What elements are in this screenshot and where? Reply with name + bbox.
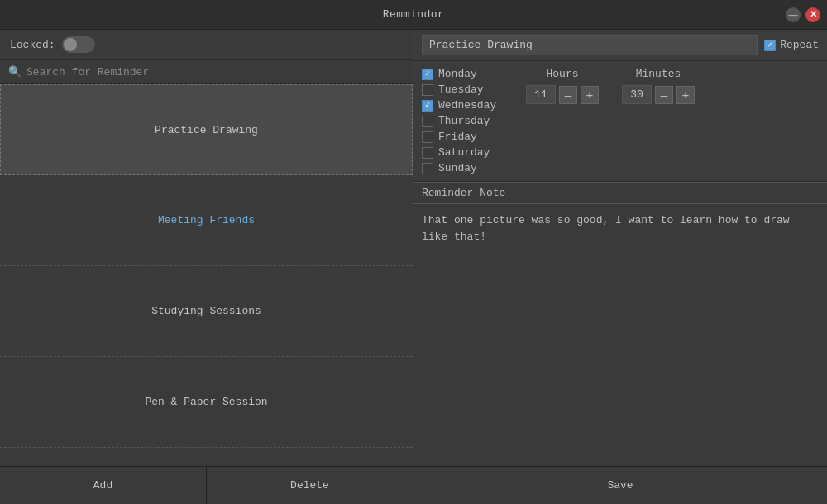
hours-minus-button[interactable]: — <box>559 86 577 104</box>
search-bar: 🔍 <box>0 60 413 84</box>
day-check-icon: ✓ <box>425 70 430 78</box>
locked-label: Locked: <box>10 39 55 51</box>
minutes-header: Minutes <box>617 68 700 80</box>
minutes-value: 30 <box>622 85 652 104</box>
day-row: ✓Monday <box>422 68 504 80</box>
day-row: Friday <box>422 131 504 143</box>
note-section: Reminder Note <box>414 182 827 466</box>
reminder-item[interactable]: Pen & Paper Session <box>0 357 413 448</box>
reminder-item[interactable]: Practice Drawing <box>0 84 413 175</box>
day-checkbox-saturday[interactable] <box>422 147 433 159</box>
time-column: Hours 11 — + Minutes 30 — + <box>521 68 819 174</box>
day-label-saturday: Saturday <box>438 146 504 159</box>
day-checkbox-sunday[interactable] <box>422 163 433 174</box>
day-label-thursday: Thursday <box>438 115 504 127</box>
right-buttons: Save <box>414 466 827 504</box>
repeat-label: Repeat <box>780 39 819 51</box>
minutes-controls: 30 — + <box>622 85 695 104</box>
day-label-sunday: Sunday <box>438 162 504 174</box>
reminder-item[interactable]: Studying Sessions <box>0 266 413 357</box>
day-checkbox-thursday[interactable] <box>422 116 433 127</box>
days-column: ✓MondayTuesday✓WednesdayThursdayFridaySa… <box>422 68 504 174</box>
close-button[interactable]: ✕ <box>805 7 820 22</box>
day-checkbox-monday[interactable]: ✓ <box>422 69 433 80</box>
locked-bar: Locked: <box>0 30 413 60</box>
day-row: Tuesday <box>422 83 504 96</box>
titlebar: Remmindor — ✕ <box>0 0 827 30</box>
left-panel: Locked: 🔍 Practice DrawingMeeting Friend… <box>0 30 414 504</box>
save-button[interactable]: Save <box>414 467 827 504</box>
hours-header: Hours <box>521 68 604 80</box>
day-row: ✓Wednesday <box>422 99 504 112</box>
reminder-item-label: Meeting Friends <box>158 214 255 226</box>
note-textarea[interactable] <box>414 204 827 466</box>
day-label-wednesday: Wednesday <box>438 99 504 112</box>
search-input[interactable] <box>26 66 404 78</box>
day-checkbox-friday[interactable] <box>422 131 433 143</box>
hours-controls: 11 — + <box>526 85 599 104</box>
repeat-check-icon: ✓ <box>767 41 772 50</box>
reminder-item-label: Studying Sessions <box>151 305 261 317</box>
day-label-monday: Monday <box>438 68 504 80</box>
left-buttons: Add Delete <box>0 466 413 504</box>
day-check-icon: ✓ <box>425 102 430 110</box>
reminder-item-label: Pen & Paper Session <box>145 396 267 408</box>
days-time-row: ✓MondayTuesday✓WednesdayThursdayFridaySa… <box>414 61 827 182</box>
day-label-friday: Friday <box>438 131 504 143</box>
delete-button[interactable]: Delete <box>207 467 413 504</box>
reminder-title-input[interactable] <box>422 35 758 55</box>
right-panel: ✓ Repeat ✓MondayTuesday✓WednesdayThursda… <box>414 30 827 504</box>
day-checkbox-wednesday[interactable]: ✓ <box>422 100 433 112</box>
day-label-tuesday: Tuesday <box>438 83 504 96</box>
reminder-item-label: Practice Drawing <box>155 124 258 136</box>
app-title: Remmindor <box>383 8 445 21</box>
repeat-section: ✓ Repeat <box>764 39 819 51</box>
minutes-section: Minutes 30 — + <box>617 68 700 174</box>
search-icon: 🔍 <box>8 65 22 78</box>
repeat-checkbox[interactable]: ✓ <box>764 40 776 51</box>
day-checkbox-tuesday[interactable] <box>422 84 433 96</box>
minutes-minus-button[interactable]: — <box>655 86 673 104</box>
window-controls: — ✕ <box>786 7 820 22</box>
minutes-plus-button[interactable]: + <box>676 86 695 104</box>
reminders-list: Practice DrawingMeeting FriendsStudying … <box>0 84 413 466</box>
note-header: Reminder Note <box>414 182 827 204</box>
day-row: Thursday <box>422 115 504 127</box>
reminder-item[interactable]: Meeting Friends <box>0 175 413 266</box>
locked-toggle[interactable] <box>62 36 95 53</box>
day-row: Saturday <box>422 146 504 159</box>
hours-section: Hours 11 — + <box>521 68 604 174</box>
main-container: Locked: 🔍 Practice DrawingMeeting Friend… <box>0 30 827 504</box>
reminder-title-bar: ✓ Repeat <box>414 30 827 61</box>
day-row: Sunday <box>422 162 504 174</box>
add-button[interactable]: Add <box>0 467 207 504</box>
hours-plus-button[interactable]: + <box>581 86 599 104</box>
hours-value: 11 <box>526 85 556 104</box>
minimize-button[interactable]: — <box>786 7 801 22</box>
